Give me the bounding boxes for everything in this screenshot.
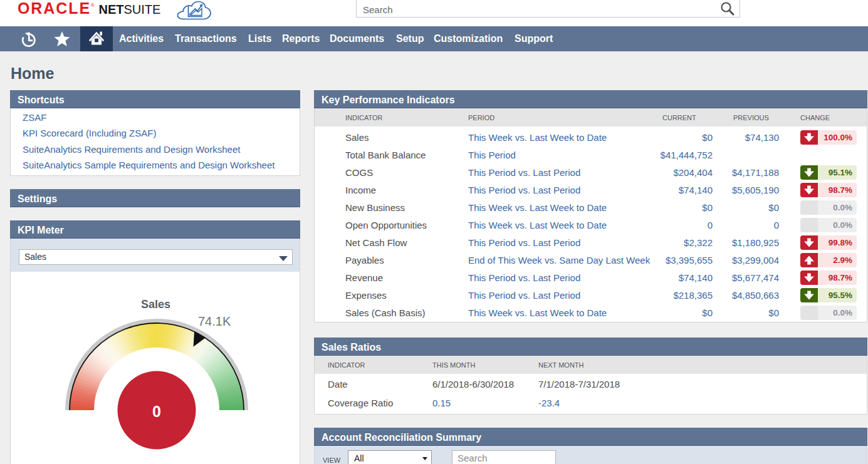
svg-text:0: 0 xyxy=(152,403,161,420)
